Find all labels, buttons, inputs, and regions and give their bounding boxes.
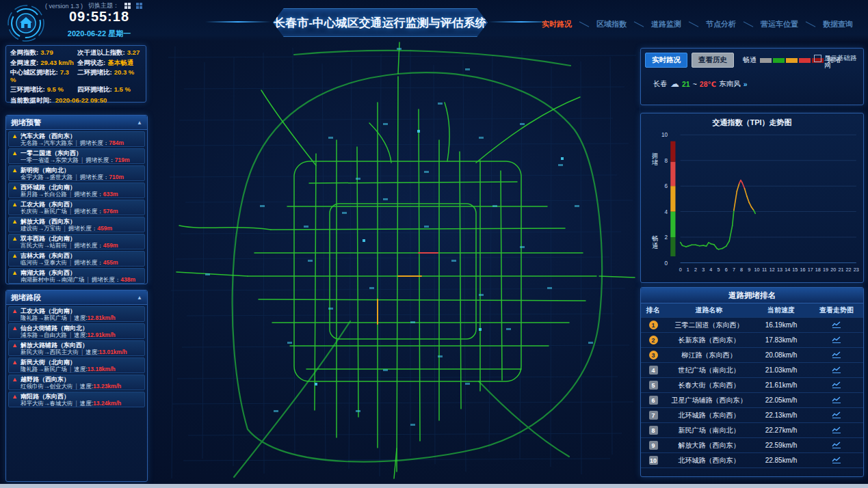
svg-text:2: 2 (665, 234, 668, 241)
alert-segment: 一零一省道→东荣大路 (21, 157, 79, 163)
road-name: 三零二国道（东向西） (666, 321, 752, 330)
alert-item[interactable]: ▲越野路（西向东）红领巾街→创业大街|速度:13.23km/h (8, 375, 145, 390)
view-trend-cell[interactable] (810, 396, 863, 405)
view-trend-cell[interactable] (810, 321, 863, 330)
alert-metric-label: 速度: (74, 366, 87, 372)
warning-triangle-icon: ▲ (12, 167, 18, 174)
alert-item[interactable]: ▲南湖大路（东向西）南湖新村中街→南湖广场|拥堵长度：438m (8, 268, 145, 284)
legend-swatch-2 (773, 58, 785, 63)
alert-item[interactable]: ▲解放大路（西向东）建设街→万宝街|拥堵长度：459m (8, 217, 145, 232)
outer-ring-road (233, 51, 602, 477)
basemap-checkbox[interactable] (814, 55, 821, 62)
table-row[interactable]: 5长春大街（东向西）21.61km/h (641, 378, 863, 393)
axis-label-smooth: 畅通 (652, 235, 658, 249)
stat-label: 二环拥堵比: (77, 68, 112, 76)
data-time-label: 当前数据时间: (10, 96, 51, 104)
alert-item[interactable]: ▲双丰西路（北向南）富民大街→站前街|拥堵长度：459m (8, 234, 145, 249)
nav-tab-1[interactable]: 实时路况 (535, 19, 579, 29)
trend-chart-icon[interactable] (831, 441, 842, 449)
current-speed: 22.59km/h (752, 442, 810, 449)
trend-chart-icon[interactable] (831, 351, 842, 359)
alert-metric-value: 12.91km/h (88, 331, 116, 338)
view-trend-cell[interactable] (810, 381, 863, 390)
view-history-button[interactable]: 查看历史 (692, 53, 734, 68)
table-row[interactable]: 6卫星广场辅路（西向东）22.05km/h (641, 393, 863, 408)
trend-chart-icon[interactable] (831, 321, 842, 329)
table-row[interactable]: 7北环城路（东向西）22.13km/h (641, 408, 863, 423)
alert-segment: 长庆街→新民广场 (21, 208, 67, 215)
view-trend-cell[interactable] (810, 366, 863, 375)
road-name: 解放大路（西向东） (666, 441, 752, 450)
trend-chart-icon[interactable] (831, 381, 842, 389)
rank-badge: 6 (649, 396, 658, 405)
table-row[interactable]: 3柳江路（东向西）20.08km/h (641, 348, 863, 363)
alert-metric-label: 拥堵长度： (74, 191, 103, 198)
nav-tab-3[interactable]: 道路监测 (644, 19, 688, 29)
alert-item[interactable]: ▲工农大路（北向南）隆礼路→新民广场|速度:12.81km/h (8, 306, 145, 322)
alert-item[interactable]: ▲一零二国道（东向西）一零一省道→东荣大路|拥堵长度：719m (8, 148, 145, 164)
trend-chart-icon[interactable] (831, 411, 842, 419)
alert-metric-value: 455m (103, 259, 118, 266)
stat-label: 次干道以上指数: (77, 49, 125, 56)
home-icon[interactable] (7, 4, 45, 42)
nav-tab-6[interactable]: 数据查询 (816, 19, 860, 29)
nav-tab-4[interactable]: 节点分析 (699, 19, 743, 29)
weather-row[interactable]: 长春 ☁ 21 ~ 28℃ 东南风 » (653, 79, 748, 89)
alert-item[interactable]: ▲西环城路（北向南）新月路→长白公路|拥堵长度：633m (8, 182, 145, 198)
trend-chart-icon[interactable] (831, 426, 842, 434)
view-trend-cell[interactable] (810, 336, 863, 345)
alert-road-name: 解放大路（西向东） (21, 218, 76, 225)
separator: | (70, 366, 71, 372)
realtime-traffic-button[interactable]: 实时路况 (645, 53, 687, 68)
trend-chart-icon[interactable] (831, 396, 842, 404)
collapse-icon[interactable]: ▲ (137, 295, 142, 301)
table-row[interactable]: 4世纪广场（南向北）21.03km/h (641, 363, 863, 378)
rank-badge: 5 (649, 381, 658, 390)
current-speed: 16.19km/h (752, 321, 810, 329)
table-row[interactable]: 1三零二国道（东向西）16.19km/h (641, 318, 863, 333)
alert-segment: 南湖新村中街→南湖广场 (21, 276, 85, 283)
alert-item[interactable]: ▲汽车大路（西向东）无名路→汽车大路东|拥堵长度：784m (8, 131, 145, 147)
view-trend-cell[interactable] (810, 426, 863, 435)
view-trend-cell[interactable] (810, 351, 863, 360)
warning-triangle-icon: ▲ (12, 253, 18, 259)
alert-item[interactable]: ▲仙台大街辅路（南向北）浦东路→自由大路|速度:12.91km/h (8, 323, 145, 339)
nav-tab-5[interactable]: 营运车位置 (754, 19, 805, 29)
alert-item[interactable]: ▲解放大路辅路（东向西）新民大街→西民主大街|速度:13.01km/h (8, 340, 145, 356)
alert-metric-label: 拥堵长度： (80, 174, 109, 180)
alert-segment: 新月路→长白公路 (21, 191, 67, 198)
table-row[interactable]: 10北环城路（西向东）22.85km/h (641, 453, 863, 468)
alert-segment: 隆礼路→新民广场 (21, 314, 67, 321)
alert-item[interactable]: ▲工农大路（东向西）长庆街→新民广场|拥堵长度：576m (8, 200, 145, 215)
table-row[interactable]: 2长新东路（西向东）17.83km/h (641, 333, 863, 348)
svg-text:3: 3 (702, 267, 705, 273)
alert-road-name: 汽车大路（西向东） (21, 133, 76, 139)
theme-dark-icon[interactable] (136, 3, 142, 9)
alert-segment: 隆礼路→新民广场 (21, 366, 67, 372)
alert-item[interactable]: ▲吉林大路（东向西）临河街→亚泰大街|拥堵长度：455m (8, 251, 145, 267)
road-name: 北环城路（东向西） (666, 411, 752, 420)
alert-item[interactable]: ▲新明街（南向北）金宇大路→盛世大路|拥堵长度：710m (8, 165, 145, 181)
alert-item[interactable]: ▲新民大街（北向南）隆礼路→新民广场|速度:13.18km/h (8, 357, 145, 373)
current-speed: 21.61km/h (752, 381, 810, 389)
weather-more-icon[interactable]: » (744, 80, 748, 88)
view-trend-cell[interactable] (810, 411, 863, 420)
view-trend-cell[interactable] (810, 456, 863, 465)
trend-chart-icon[interactable] (831, 366, 842, 374)
table-row[interactable]: 8新民广场（南向北）22.27km/h (641, 423, 863, 438)
alert-road-name: 南阳路（东向西） (21, 393, 70, 400)
table-row[interactable]: 9解放大路（西向东）22.59km/h (641, 438, 863, 453)
trend-chart-icon[interactable] (831, 336, 842, 344)
theme-light-icon[interactable] (124, 3, 131, 9)
alert-item[interactable]: ▲南阳路（东向西）和平大街→春城大街|速度:13.24km/h (8, 392, 145, 407)
collapse-icon[interactable]: ▲ (137, 120, 142, 126)
stat-label: 中心城区拥堵比: (10, 68, 58, 76)
stat-value: 3.27 (127, 49, 140, 56)
alert-road-name: 工农大路（北向南） (21, 308, 76, 314)
nav-tab-2[interactable]: 区域指数 (590, 19, 633, 29)
alert-metric-value: 13.01km/h (99, 349, 127, 355)
road-name: 长新东路（西向东） (666, 336, 752, 345)
rank-badge: 8 (649, 426, 658, 435)
trend-chart-icon[interactable] (831, 456, 842, 464)
view-trend-cell[interactable] (810, 441, 863, 450)
